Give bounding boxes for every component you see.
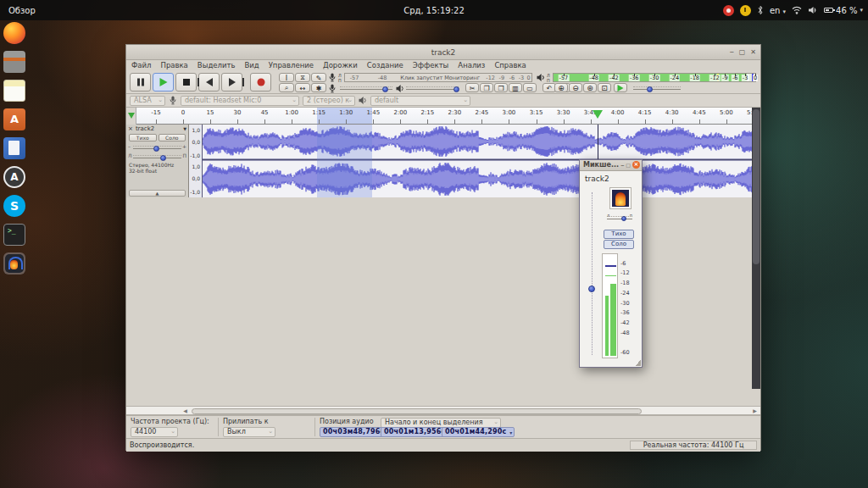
- zoom-in-button[interactable]: ⊕: [554, 83, 568, 92]
- input-device-select[interactable]: default: Headset Mic:0: [181, 96, 299, 106]
- track-control-panel[interactable]: × track2 ▼ Тихо Соло – + Л П Стерео,: [126, 125, 189, 197]
- minimize-button[interactable]: ‒: [730, 45, 734, 60]
- input-channels-select[interactable]: 2 (стерео) к: [303, 96, 355, 106]
- recording-volume-slider[interactable]: [340, 89, 392, 90]
- menu-3[interactable]: Вид: [244, 61, 259, 69]
- draw-tool-button[interactable]: ✎: [311, 73, 326, 82]
- dock-audacity-icon[interactable]: [3, 252, 25, 274]
- menu-8[interactable]: Анализ: [458, 61, 485, 69]
- mixer-maximize-button[interactable]: ▢: [626, 162, 631, 168]
- output-device-select[interactable]: default: [370, 96, 470, 106]
- recording-volume-thumb[interactable]: [382, 86, 388, 92]
- menu-2[interactable]: Выделить: [198, 61, 236, 69]
- dock-skype-icon[interactable]: S: [3, 195, 25, 217]
- window-titlebar[interactable]: track2 ‒ ▢ ✕: [126, 45, 760, 60]
- dock-app-center-icon[interactable]: A: [3, 166, 25, 188]
- play-button[interactable]: [153, 73, 174, 92]
- keyboard-layout[interactable]: en ▾: [770, 6, 786, 15]
- time-shift-tool-button[interactable]: ↔: [295, 83, 310, 92]
- mixer-close-button[interactable]: ×: [632, 161, 640, 169]
- notification-clock-icon[interactable]: [740, 5, 751, 16]
- fit-project-button[interactable]: ⊡: [598, 83, 611, 92]
- record-indicator-icon[interactable]: [723, 5, 734, 16]
- gain-thumb[interactable]: [153, 146, 159, 152]
- mixer-minimize-button[interactable]: ‒: [620, 162, 624, 168]
- scroll-left-arrow[interactable]: ◀: [181, 408, 190, 414]
- volume-icon[interactable]: [808, 6, 818, 14]
- waveform-channel-right[interactable]: [203, 161, 754, 197]
- dock-orange-app-icon[interactable]: A: [3, 108, 25, 130]
- menu-6[interactable]: Создание: [367, 61, 403, 69]
- track-gain-slider[interactable]: – +: [131, 143, 183, 152]
- menu-7[interactable]: Эффекты: [413, 61, 449, 69]
- dock-terminal-icon[interactable]: >_: [3, 224, 25, 246]
- maximize-button[interactable]: ▢: [739, 45, 746, 60]
- trim-audio-button[interactable]: ▥: [509, 83, 522, 92]
- pause-button[interactable]: [130, 73, 151, 92]
- vertical-scrollbar-thumb[interactable]: [753, 109, 760, 264]
- wifi-icon[interactable]: [792, 6, 802, 14]
- menu-1[interactable]: Правка: [160, 61, 187, 69]
- playback-volume-thumb[interactable]: [453, 86, 459, 92]
- fit-selection-button[interactable]: ⊛: [583, 83, 597, 92]
- horizontal-scrollbar[interactable]: ◀ ▶: [126, 406, 760, 415]
- multi-tool-button[interactable]: ✱: [311, 83, 326, 92]
- vertical-scrollbar[interactable]: [752, 108, 760, 389]
- selection-tool-button[interactable]: I: [279, 73, 294, 82]
- track-solo-button[interactable]: Соло: [159, 134, 186, 141]
- record-button[interactable]: [250, 73, 271, 92]
- track-mute-button[interactable]: Тихо: [129, 134, 157, 141]
- zoom-tool-button[interactable]: ⌕: [279, 83, 294, 92]
- menu-0[interactable]: Файл: [131, 61, 151, 69]
- track-menu-dropdown[interactable]: ▼: [183, 126, 186, 131]
- menu-4[interactable]: Управление: [269, 61, 314, 69]
- mixer-mute-button[interactable]: Тихо: [604, 230, 634, 239]
- skip-to-start-button[interactable]: [198, 73, 220, 92]
- battery-indicator[interactable]: 46 %▾: [824, 6, 863, 15]
- dock-firefox-icon[interactable]: [3, 22, 25, 44]
- silence-audio-button[interactable]: ▭: [523, 83, 537, 92]
- dock-text-editor-icon[interactable]: [3, 80, 25, 102]
- dock-document-icon[interactable]: [3, 137, 25, 159]
- play-speed-thumb[interactable]: [647, 86, 653, 92]
- play-speed-slider[interactable]: [633, 89, 681, 90]
- menu-5[interactable]: Дорожки: [323, 61, 358, 69]
- zoom-out-button[interactable]: ⊖: [569, 83, 582, 92]
- playhead-triangle-icon[interactable]: [593, 110, 603, 119]
- play-at-speed-button[interactable]: [614, 83, 627, 92]
- cut-button[interactable]: ✂: [465, 83, 479, 92]
- selection-end-field[interactable]: 00ч01м44,290с: [442, 427, 515, 437]
- mixer-gain-thumb[interactable]: [588, 286, 595, 292]
- envelope-tool-button[interactable]: ⧖: [295, 73, 310, 82]
- audio-host-select[interactable]: ALSA: [130, 96, 165, 106]
- mixer-pan-thumb[interactable]: [621, 216, 626, 221]
- mixer-titlebar[interactable]: Микше... ‒ ▢ ×: [580, 160, 642, 171]
- mixer-gain-slider[interactable]: [591, 192, 593, 355]
- copy-button[interactable]: ❐: [480, 83, 493, 92]
- mixer-pan-slider[interactable]: л п: [607, 213, 632, 221]
- waveform-area[interactable]: [203, 125, 754, 197]
- pinned-play-head-button[interactable]: [126, 108, 136, 125]
- recording-meter[interactable]: -57-48Клик запустит Мониторинг-12-9-6-30: [344, 73, 532, 82]
- playback-volume-slider[interactable]: [406, 89, 459, 90]
- snap-to-select[interactable]: Выкл: [223, 427, 275, 437]
- mixer-resize-grip[interactable]: [635, 360, 641, 366]
- dock-package-manager-icon[interactable]: [3, 51, 25, 73]
- paste-button[interactable]: ❒: [494, 83, 508, 92]
- playback-meter[interactable]: -57-48-42-36-30-24-18-12-9-6-30: [553, 73, 756, 82]
- close-button[interactable]: ✕: [750, 45, 756, 60]
- timeline-ruler[interactable]: -1501530451:001:151:301:452:002:152:302:…: [136, 108, 754, 125]
- menu-9[interactable]: Справка: [494, 61, 526, 69]
- track-close-button[interactable]: ×: [128, 125, 133, 132]
- horizontal-scrollbar-thumb[interactable]: [192, 408, 642, 414]
- mixer-solo-button[interactable]: Соло: [604, 240, 634, 249]
- stop-button[interactable]: [175, 73, 197, 92]
- waveform-channel-left[interactable]: [203, 125, 754, 158]
- track-name[interactable]: track2: [136, 125, 181, 132]
- track-collapse-button[interactable]: ▲: [129, 190, 186, 197]
- track-pan-slider[interactable]: Л П: [131, 152, 183, 161]
- skip-to-end-button[interactable]: [221, 73, 242, 92]
- bluetooth-icon[interactable]: [757, 5, 764, 15]
- project-rate-select[interactable]: 44100: [131, 427, 178, 437]
- pan-thumb[interactable]: [160, 155, 166, 161]
